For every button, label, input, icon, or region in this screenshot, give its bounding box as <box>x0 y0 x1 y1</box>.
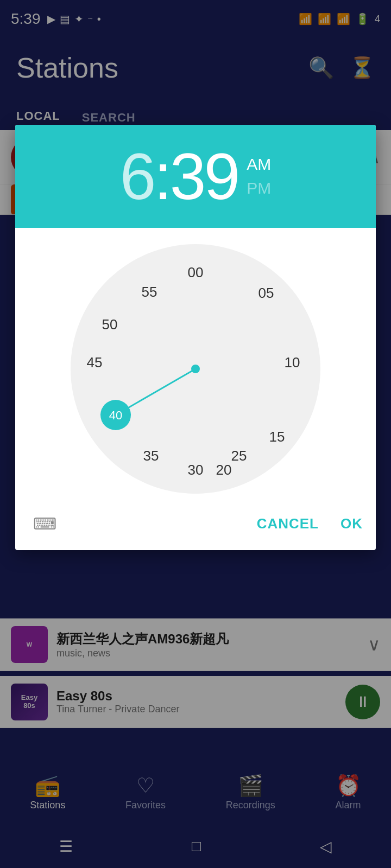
clock-face[interactable]: 40 00 05 10 15 20 25 30 35 45 50 <box>71 244 320 494</box>
clock-num-55[interactable]: 55 <box>136 279 162 305</box>
time-hour[interactable]: 6 <box>120 144 154 209</box>
clock-num-45[interactable]: 45 <box>81 349 108 375</box>
cancel-button[interactable]: CANCEL <box>257 515 319 532</box>
clock-num-25[interactable]: 25 <box>226 443 252 469</box>
clock-num-05[interactable]: 05 <box>253 280 279 306</box>
dialog-actions: ⌨ CANCEL OK <box>15 505 376 550</box>
clock-num-35[interactable]: 35 <box>138 443 164 469</box>
svg-text:40: 40 <box>109 409 122 422</box>
clock-num-50[interactable]: 50 <box>97 311 123 337</box>
ok-button[interactable]: OK <box>340 515 363 532</box>
time-display-area: 6 : 39 AM PM <box>15 125 376 228</box>
time-picker-dialog: 6 : 39 AM PM <box>15 125 376 550</box>
clock-num-15[interactable]: 15 <box>264 424 290 450</box>
pm-option[interactable]: PM <box>247 179 271 197</box>
time-minute[interactable]: 39 <box>170 144 238 209</box>
time-separator: : <box>154 144 169 209</box>
clock-num-10[interactable]: 10 <box>279 349 305 375</box>
clock-num-00[interactable]: 00 <box>182 259 209 285</box>
time-value-group: 6 : 39 <box>120 144 238 209</box>
time-ampm-group: AM PM <box>247 155 271 197</box>
keyboard-toggle-button[interactable]: ⌨ <box>28 510 61 537</box>
clock-container: 40 00 05 10 15 20 25 30 35 45 50 <box>15 228 376 505</box>
dialog-buttons: CANCEL OK <box>257 515 363 532</box>
clock-num-30[interactable]: 30 <box>182 457 209 483</box>
keyboard-icon: ⌨ <box>33 514 56 533</box>
am-option[interactable]: AM <box>247 155 271 174</box>
svg-point-4 <box>192 366 199 372</box>
